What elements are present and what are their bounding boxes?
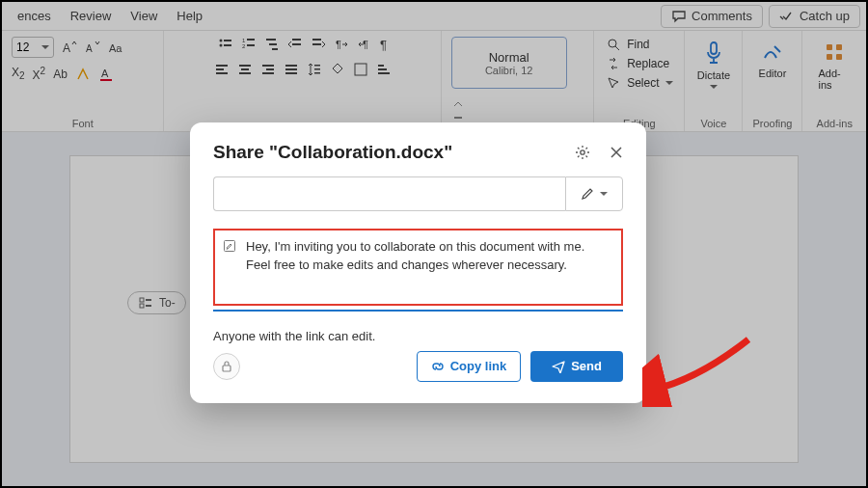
message-box[interactable]: Hey, I'm inviting you to collaborate on …	[213, 229, 623, 306]
compose-icon	[223, 239, 236, 253]
send-button[interactable]: Send	[530, 351, 623, 382]
pencil-icon	[581, 187, 594, 201]
link-description: Anyone with the link can edit.	[213, 329, 623, 343]
recipient-input[interactable]	[213, 176, 565, 211]
svg-rect-54	[223, 366, 231, 371]
send-icon	[552, 360, 565, 373]
send-label: Send	[571, 359, 602, 373]
link-settings-button[interactable]	[213, 353, 240, 380]
lock-icon	[220, 360, 233, 373]
close-icon[interactable]	[610, 146, 623, 159]
message-underline	[213, 310, 623, 312]
chevron-down-icon	[600, 192, 608, 196]
share-title: Share "Collaboration.docx"	[213, 142, 565, 163]
copy-link-button[interactable]: Copy link	[417, 351, 522, 382]
link-icon	[431, 360, 445, 373]
copy-link-label: Copy link	[450, 359, 507, 373]
gear-icon[interactable]	[575, 145, 590, 160]
svg-point-52	[581, 150, 584, 154]
permission-dropdown[interactable]	[565, 176, 623, 211]
svg-rect-53	[225, 241, 235, 252]
message-text: Hey, I'm inviting you to collaborate on …	[246, 238, 611, 275]
share-dialog: Share "Collaboration.docx" Hey, I'm invi…	[190, 122, 646, 403]
